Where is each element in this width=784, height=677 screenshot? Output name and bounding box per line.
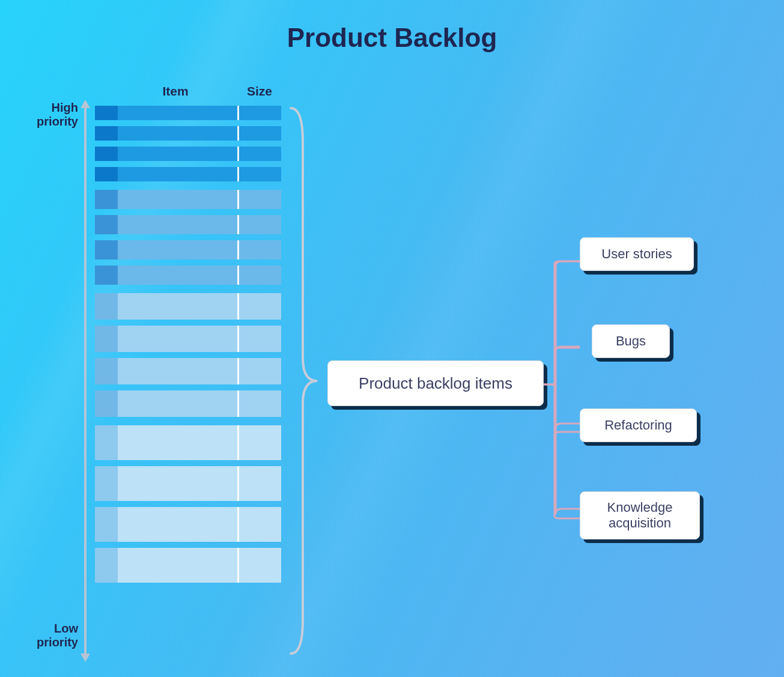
backlog-row <box>95 106 281 120</box>
type-knowledge-acquisition: Knowledge acquisition <box>580 491 700 539</box>
size-divider <box>237 240 239 260</box>
type-refactoring: Refactoring <box>580 408 697 442</box>
backlog-row <box>95 326 281 352</box>
high-priority-label: High priority <box>36 101 78 129</box>
backlog-row <box>95 548 281 583</box>
row-handle <box>95 326 118 352</box>
backlog-group <box>95 293 281 425</box>
type-user-stories: User stories <box>580 237 694 271</box>
size-divider <box>237 215 239 234</box>
backlog-row <box>95 147 281 161</box>
size-divider <box>237 293 239 320</box>
size-divider <box>237 548 239 583</box>
row-handle <box>95 190 118 209</box>
backlog-row <box>95 425 281 460</box>
row-bar <box>118 548 281 583</box>
backlog-row <box>95 215 281 234</box>
row-handle <box>95 126 118 141</box>
backlog-group <box>95 190 281 293</box>
size-divider <box>237 390 239 417</box>
product-backlog-items-box: Product backlog items <box>327 360 544 406</box>
backlog-row <box>95 190 281 209</box>
backlog-row <box>95 126 281 141</box>
row-bar <box>118 106 281 120</box>
backlog-row <box>95 507 281 542</box>
low-priority-label: Low priority <box>36 622 78 649</box>
row-bar <box>118 240 281 260</box>
backlog-row <box>95 266 281 285</box>
size-divider <box>237 425 239 460</box>
row-bar <box>118 126 281 141</box>
size-divider <box>237 126 239 141</box>
type-connector-icon <box>544 249 580 526</box>
row-bar <box>118 507 281 542</box>
page-title: Product Backlog <box>0 23 784 53</box>
row-handle <box>95 507 118 542</box>
backlog-group <box>95 106 281 190</box>
row-handle <box>95 466 118 501</box>
row-bar <box>118 425 281 460</box>
size-divider <box>237 106 239 120</box>
row-bar <box>118 390 281 417</box>
size-divider <box>237 507 239 542</box>
backlog-row <box>95 240 281 260</box>
size-divider <box>237 326 239 352</box>
row-handle <box>95 106 118 120</box>
size-divider <box>237 466 239 501</box>
backlog-stack <box>95 106 281 656</box>
column-header-item: Item <box>95 84 238 99</box>
row-bar <box>118 215 281 234</box>
row-handle <box>95 147 118 161</box>
backlog-row <box>95 358 281 384</box>
priority-axis-arrow <box>84 106 87 656</box>
row-handle <box>95 548 118 583</box>
backlog-group <box>95 425 281 591</box>
size-divider <box>237 167 239 181</box>
row-handle <box>95 293 118 320</box>
row-handle <box>95 266 118 285</box>
size-divider <box>237 147 239 161</box>
row-bar <box>118 266 281 285</box>
type-bugs: Bugs <box>592 324 670 358</box>
size-divider <box>237 358 239 384</box>
brace-icon <box>286 106 322 656</box>
row-bar <box>118 326 281 352</box>
backlog-row <box>95 390 281 417</box>
row-bar <box>118 466 281 501</box>
column-headers: Item Size <box>95 84 281 99</box>
row-handle <box>95 167 118 181</box>
backlog-row <box>95 293 281 320</box>
row-bar <box>118 358 281 384</box>
size-divider <box>237 266 239 285</box>
row-bar <box>118 190 281 209</box>
size-divider <box>237 190 239 209</box>
row-bar <box>118 167 281 181</box>
row-handle <box>95 390 118 417</box>
row-handle <box>95 425 118 460</box>
backlog-row <box>95 167 281 181</box>
row-bar <box>118 147 281 161</box>
row-handle <box>95 240 118 260</box>
backlog-row <box>95 466 281 501</box>
row-bar <box>118 293 281 320</box>
row-handle <box>95 215 118 234</box>
column-header-size: Size <box>238 84 281 99</box>
row-handle <box>95 358 118 384</box>
